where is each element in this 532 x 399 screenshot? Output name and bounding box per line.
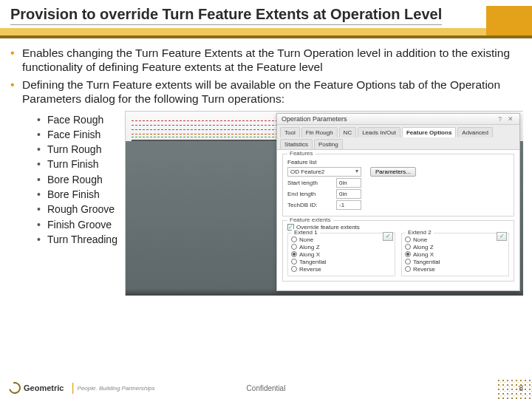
features-group: Features Feature list OD Feature2 Parame… (282, 154, 514, 216)
sub-bullet: Bore Rough (37, 172, 117, 187)
tab-leads[interactable]: Leads In/Out (358, 127, 400, 137)
help-icon[interactable]: ? (495, 115, 504, 123)
close-icon[interactable]: ✕ (506, 115, 515, 123)
ext1-along-x[interactable]: Along X (291, 251, 392, 258)
sub-bullet: Finish Groove (37, 217, 117, 232)
end-length-field[interactable]: 0in (336, 189, 361, 199)
feature-list-label: Feature list (287, 159, 333, 166)
features-group-title: Features (287, 150, 316, 157)
slide: Provision to override Turn Feature Exten… (0, 0, 532, 399)
end-length-label: End length (287, 191, 333, 197)
accent-strip (0, 28, 486, 35)
window-controls: ? ✕ (495, 115, 515, 123)
sub-bullet: Face Rough (37, 112, 117, 127)
screenshot-figure: Operation Parameters ? ✕ Tool Fin Rough … (125, 111, 523, 296)
ext2-along-x[interactable]: Along X (405, 251, 505, 258)
operation-parameters-dialog: Operation Parameters ? ✕ Tool Fin Rough … (276, 113, 520, 291)
techdb-label: TechDB ID: (287, 202, 333, 208)
extend1-title: Extend 1 (292, 229, 320, 236)
confidential-label: Confidential (247, 384, 286, 392)
main-bullets: Enables changing the Turn Feature Extent… (9, 46, 523, 106)
tab-nc[interactable]: NC (339, 127, 357, 137)
footer-divider: | (71, 381, 74, 395)
brand-name: Geometric (24, 383, 64, 392)
extend2-title: Extend 2 (406, 229, 434, 236)
tab-finrough[interactable]: Fin Rough (301, 127, 338, 137)
tab-advanced[interactable]: Advanced (457, 127, 493, 137)
start-length-field[interactable]: 0in (336, 178, 361, 188)
parameters-button[interactable]: Parameters... (370, 167, 416, 177)
bullet-1: Enables changing the Turn Feature Extent… (9, 46, 523, 75)
extend1-pick-button[interactable]: ✓ (383, 232, 393, 241)
slide-footer: Geometric | People. Building Partnership… (0, 377, 532, 399)
feature-extents-group: Feature extents ✓ Override feature exten… (282, 220, 514, 282)
ext1-along-z[interactable]: Along Z (291, 244, 392, 250)
sub-bullet: Face Finish (37, 127, 117, 142)
ext2-reverse[interactable]: Reverse (405, 266, 505, 273)
dialog-tabs: Tool Fin Rough NC Leads In/Out Feature O… (277, 125, 519, 150)
sub-bullet: Bore Finish (37, 187, 117, 202)
extents-group-title: Feature extents (287, 216, 333, 223)
sub-bullet: Turn Finish (37, 157, 117, 171)
ext1-reverse[interactable]: Reverse (291, 266, 392, 273)
start-length-label: Start length (287, 180, 333, 186)
extend1-group: Extend 1 ✓ None Along Z Along X Tangenti… (287, 233, 395, 276)
dialog-body: Features Feature list OD Feature2 Parame… (277, 150, 519, 290)
dialog-title-text: Operation Parameters (282, 115, 347, 123)
tab-posting[interactable]: Posting (314, 139, 343, 149)
accent-block (486, 6, 532, 35)
sub-bullet: Turn Threading (37, 232, 117, 247)
feature-combo[interactable]: OD Feature2 (287, 167, 361, 177)
tab-tool[interactable]: Tool (280, 127, 300, 137)
ext2-tangential[interactable]: Tangential (405, 259, 505, 265)
bullet-2: Defining the Turn Feature extents will b… (9, 78, 523, 106)
ext1-tangential[interactable]: Tangential (291, 259, 392, 265)
content-area: Enables changing the Turn Feature Extent… (9, 46, 523, 296)
techdb-field[interactable]: -1 (336, 200, 361, 210)
corner-decoration (497, 378, 532, 399)
title-bar: Provision to override Turn Feature Exten… (0, 0, 532, 28)
extents-columns: Extend 1 ✓ None Along Z Along X Tangenti… (287, 233, 509, 276)
dialog-titlebar[interactable]: Operation Parameters ? ✕ (277, 114, 519, 125)
tagline: People. Building Partnerships (78, 385, 155, 392)
ext2-none[interactable]: None (405, 236, 505, 243)
tab-statistics[interactable]: Statistics (280, 139, 313, 149)
sub-bullet: Turn Rough (37, 142, 117, 157)
sub-area: Face Rough Face Finish Turn Rough Turn F… (9, 111, 523, 296)
slide-title: Provision to override Turn Feature Exten… (10, 6, 442, 25)
logo-icon (7, 380, 23, 396)
ext2-along-z[interactable]: Along Z (405, 244, 505, 250)
sub-bullet: Rough Groove (37, 202, 117, 216)
extend2-pick-button[interactable]: ✓ (497, 232, 507, 241)
tab-feature-options[interactable]: Feature Options (402, 127, 456, 137)
ext1-none[interactable]: None (291, 236, 392, 243)
override-checkbox[interactable]: ✓ Override feature extents (287, 224, 509, 231)
sub-bullets: Face Rough Face Finish Turn Rough Turn F… (37, 112, 117, 248)
accent-dark (0, 35, 532, 38)
extend2-group: Extend 2 ✓ None Along Z Along X Tangenti… (401, 233, 509, 276)
